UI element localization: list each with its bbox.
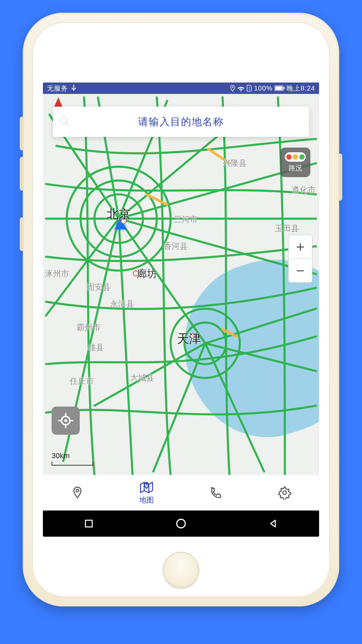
svg-point-0 bbox=[232, 87, 233, 88]
nav-home-button[interactable] bbox=[169, 514, 193, 533]
tab-call[interactable] bbox=[181, 475, 250, 511]
battery-icon bbox=[275, 86, 285, 91]
svg-rect-4 bbox=[284, 87, 285, 90]
search-bar[interactable]: 请输入目的地名称 bbox=[53, 107, 309, 137]
pin-icon bbox=[71, 486, 84, 499]
zoom-out-button[interactable]: − bbox=[288, 259, 312, 283]
traffic-toggle-label: 路况 bbox=[289, 164, 302, 173]
os-status-bar: 无服务 100% 晚上8:24 bbox=[43, 83, 319, 94]
compass-icon bbox=[54, 97, 62, 107]
sim-alert-icon bbox=[247, 85, 252, 92]
label-guan: 固安县 bbox=[86, 282, 111, 292]
triangle-back-icon bbox=[268, 519, 278, 529]
circle-icon bbox=[175, 518, 187, 529]
nav-back-button[interactable] bbox=[261, 514, 285, 533]
label-renqiu: 任丘市 bbox=[70, 376, 94, 386]
label-xiongxian: 雄县 bbox=[88, 342, 104, 353]
svg-point-14 bbox=[146, 484, 147, 485]
device-screen: 无服务 100% 晚上8:24 bbox=[43, 83, 319, 537]
svg-point-15 bbox=[283, 491, 287, 495]
svg-point-17 bbox=[177, 519, 185, 528]
physical-home-button bbox=[163, 552, 199, 588]
label-langfang: 廊坊 bbox=[137, 267, 157, 281]
label-xinglong: 兴隆县 bbox=[223, 158, 247, 168]
wifi-icon bbox=[237, 85, 245, 91]
zoom-controls: + − bbox=[288, 235, 312, 283]
status-right: 100% 晚上8:24 bbox=[230, 84, 315, 93]
location-icon bbox=[230, 85, 235, 92]
phone-frame-inner: 无服务 100% 晚上8:24 bbox=[32, 22, 330, 597]
traffic-toggle[interactable]: 路况 bbox=[280, 148, 310, 177]
map-view[interactable]: 请输入目的地名称 路况 + − 北京 天津 廊坊 bbox=[43, 94, 319, 475]
carrier-label: 无服务 bbox=[47, 84, 68, 93]
road-network bbox=[43, 94, 319, 475]
crosshair-icon bbox=[57, 412, 74, 429]
traffic-lights-icon bbox=[285, 152, 306, 162]
search-placeholder: 请输入目的地名称 bbox=[138, 115, 224, 129]
android-nav-bar bbox=[43, 511, 319, 537]
label-bazhou: 霸州市 bbox=[76, 322, 101, 333]
map-scale: 30km bbox=[52, 451, 93, 466]
scale-label: 30km bbox=[52, 451, 93, 460]
label-tianjin: 天津 bbox=[177, 331, 201, 347]
status-left: 无服务 bbox=[47, 84, 76, 93]
label-xianghe: 香河县 bbox=[164, 241, 188, 252]
label-dacheng: 大城县 bbox=[130, 372, 154, 383]
label-zunhua: 遵化市 bbox=[292, 184, 316, 195]
tab-map[interactable]: 地图 bbox=[112, 475, 181, 511]
label-beijing: 北京 bbox=[107, 206, 131, 222]
phone-bezel: 无服务 100% 晚上8:24 bbox=[23, 13, 339, 606]
svg-rect-16 bbox=[85, 520, 92, 527]
page-background: 无服务 100% 晚上8:24 bbox=[0, 0, 362, 644]
tab-location[interactable] bbox=[43, 475, 112, 511]
svg-point-12 bbox=[64, 419, 67, 422]
svg-point-1 bbox=[249, 89, 250, 90]
locate-me-button[interactable] bbox=[52, 407, 80, 435]
label-yongqing: 永清县 bbox=[110, 299, 134, 309]
label-sanhe: 三河市 bbox=[174, 214, 198, 225]
tab-map-label: 地图 bbox=[139, 495, 154, 505]
svg-point-13 bbox=[76, 489, 79, 492]
tab-settings[interactable] bbox=[250, 475, 319, 511]
label-yutian: 玉田县 bbox=[275, 223, 299, 234]
nav-recent-button[interactable] bbox=[77, 514, 101, 533]
square-icon bbox=[84, 519, 94, 529]
zoom-in-button[interactable]: + bbox=[288, 235, 312, 259]
search-icon bbox=[59, 115, 70, 128]
gear-icon bbox=[278, 486, 291, 499]
phone-icon bbox=[209, 486, 222, 499]
bottom-tab-bar: 地图 bbox=[43, 475, 319, 511]
label-zhuozhou: 涿州市 bbox=[45, 268, 69, 279]
svg-rect-3 bbox=[276, 87, 283, 90]
usb-icon bbox=[71, 85, 76, 92]
scale-line bbox=[52, 462, 93, 466]
clock-label: 晚上8:24 bbox=[287, 84, 315, 93]
map-pin-icon bbox=[139, 480, 154, 494]
battery-percent: 100% bbox=[254, 85, 273, 92]
